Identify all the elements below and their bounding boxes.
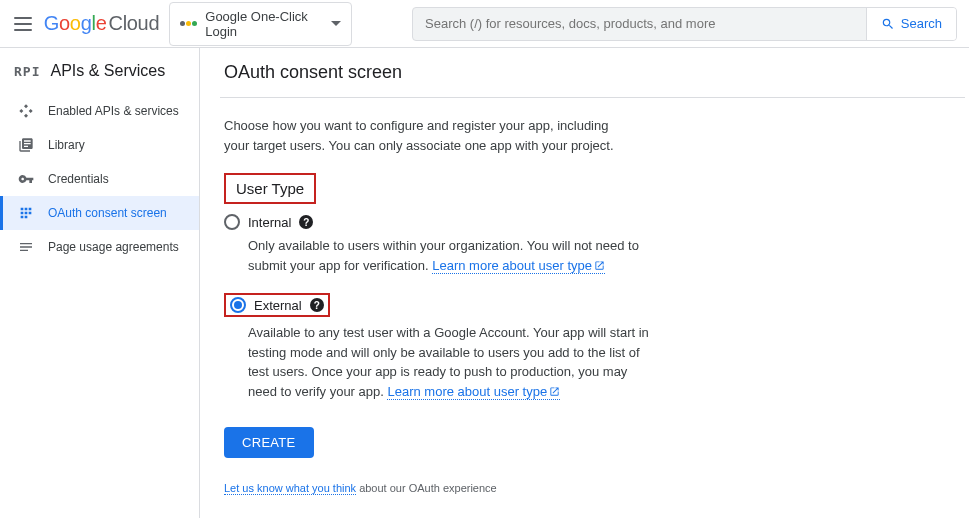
logo[interactable]: Google Cloud [44,12,160,35]
agreements-icon [18,239,34,255]
sidebar-item-label: Enabled APIs & services [48,104,179,118]
radio-icon [224,214,240,230]
main-content: OAuth consent screen Choose how you want… [200,48,969,518]
search-container: Search [412,7,957,41]
sidebar-item-oauth-consent[interactable]: OAuth consent screen [0,196,199,230]
feedback-link[interactable]: Let us know what you think [224,482,356,495]
sidebar-item-credentials[interactable]: Credentials [0,162,199,196]
intro-text: Choose how you want to configure and reg… [224,116,624,155]
sidebar-item-label: Page usage agreements [48,240,179,254]
radio-external-highlight: External ? [224,293,330,317]
external-description: Available to any test user with a Google… [248,323,658,401]
key-icon [18,171,34,187]
page-title: OAuth consent screen [220,62,965,98]
logo-cloud-text: Cloud [109,12,160,35]
radio-icon-checked [230,297,246,313]
external-link-icon [549,386,560,397]
radio-external[interactable]: External ? [230,297,324,313]
project-icon [180,21,197,26]
sidebar-item-label: Credentials [48,172,109,186]
sidebar-header: RPI APIs & Services [0,56,199,94]
external-link-icon [594,260,605,271]
radio-label: Internal [248,215,291,230]
menu-icon[interactable] [12,12,34,36]
search-icon [881,17,895,31]
user-type-heading: User Type [228,176,312,201]
sidebar-item-library[interactable]: Library [0,128,199,162]
radio-internal[interactable]: Internal ? [224,214,945,230]
consent-icon [18,205,34,221]
sidebar-title: APIs & Services [50,62,165,80]
project-name: Google One-Click Login [205,9,323,39]
sidebar-item-label: OAuth consent screen [48,206,167,220]
search-button-label: Search [901,16,942,31]
project-selector[interactable]: Google One-Click Login [169,2,352,46]
user-type-heading-highlight: User Type [224,173,316,204]
sidebar-item-page-usage[interactable]: Page usage agreements [0,230,199,264]
api-badge: RPI [14,64,40,79]
feedback-text: Let us know what you think about our OAu… [224,482,945,494]
sidebar-item-enabled-apis[interactable]: Enabled APIs & services [0,94,199,128]
diamond-icon [18,103,34,119]
library-icon [18,137,34,153]
radio-label: External [254,298,302,313]
search-input[interactable] [413,8,866,40]
header: Google Cloud Google One-Click Login Sear… [0,0,969,48]
search-button[interactable]: Search [866,8,956,40]
help-icon[interactable]: ? [310,298,324,312]
help-icon[interactable]: ? [299,215,313,229]
chevron-down-icon [331,21,341,26]
learn-more-internal-link[interactable]: Learn more about user type [432,258,605,274]
sidebar: RPI APIs & Services Enabled APIs & servi… [0,48,200,518]
learn-more-external-link[interactable]: Learn more about user type [387,384,560,400]
internal-description: Only available to users within your orga… [248,236,658,275]
create-button[interactable]: CREATE [224,427,314,458]
sidebar-item-label: Library [48,138,85,152]
